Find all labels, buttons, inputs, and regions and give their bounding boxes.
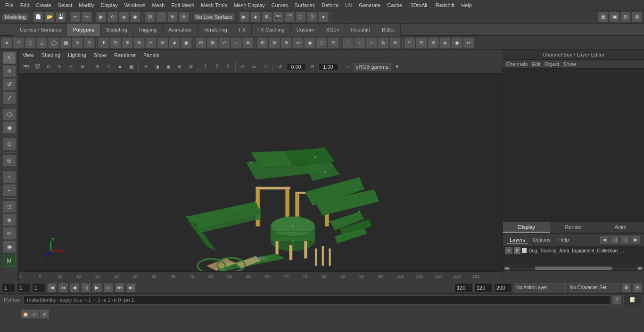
menu-mesh[interactable]: Mesh: [149, 1, 168, 9]
vp-cam-value[interactable]: 0.00: [286, 63, 306, 71]
paint-effects-icon[interactable]: ✏: [3, 227, 16, 239]
vp-light-icon[interactable]: ☀: [140, 62, 151, 72]
cam-icon3[interactable]: ⬡: [296, 12, 306, 22]
tab-rendering[interactable]: Rendering: [198, 24, 233, 36]
menu-select[interactable]: Select: [55, 1, 76, 9]
anim-layer-dropdown[interactable]: No Anim Layer: [514, 283, 566, 292]
snap-grid[interactable]: ⊞: [145, 12, 155, 22]
norm-icon5[interactable]: ⊗: [389, 37, 401, 49]
menu-create[interactable]: Create: [33, 1, 55, 9]
lasso-tool[interactable]: ⊙: [107, 12, 118, 22]
no-live-surface-dropdown[interactable]: No Live Surface: [193, 13, 235, 21]
insert-loop-icon[interactable]: ⊟: [195, 37, 206, 49]
menu-cache[interactable]: Cache: [384, 1, 405, 9]
anim-tab[interactable]: Anim: [597, 222, 644, 233]
layer-new-button[interactable]: ◀: [600, 235, 609, 244]
menu-display[interactable]: Display: [98, 1, 121, 9]
object-menu[interactable]: Object: [544, 61, 559, 67]
render-region-icon[interactable]: ◈: [3, 214, 16, 226]
mirror-icon[interactable]: ⇔: [292, 37, 304, 49]
viewport-menu-show[interactable]: Show: [92, 52, 109, 58]
scene-icon[interactable]: □: [30, 309, 40, 319]
vp-fwd-icon[interactable]: ⊟: [307, 62, 317, 72]
cam-icon5[interactable]: ●: [318, 12, 329, 22]
append-icon[interactable]: ◉: [181, 37, 192, 49]
viewport-menu-shading[interactable]: Shading: [40, 52, 62, 58]
poly-cyl-icon[interactable]: ⬡: [25, 37, 36, 49]
tab-animation[interactable]: Animation: [163, 24, 198, 36]
show-manip-icon[interactable]: ⊙: [3, 138, 16, 150]
cut-icon[interactable]: ⊗: [157, 37, 168, 49]
layers-help[interactable]: Help: [555, 236, 572, 244]
offset-icon[interactable]: ⊠: [207, 37, 218, 49]
viewport-canvas[interactable]: x y z persp: [19, 73, 503, 271]
vp-colorspace-dropdown[interactable]: sRGB gamma: [354, 63, 391, 71]
frame-step-field[interactable]: 1: [32, 283, 45, 292]
channels-menu[interactable]: Channels: [506, 61, 528, 67]
char-set-dropdown[interactable]: No Character Set: [568, 283, 619, 292]
vp-texture-icon[interactable]: ▦: [126, 62, 136, 72]
menu-edit-mesh[interactable]: Edit Mesh: [168, 1, 198, 9]
menu-3dtoa[interactable]: -3DtoAll-: [405, 1, 432, 9]
layout-icon1[interactable]: ▦: [598, 12, 608, 22]
combine-icon[interactable]: ⊞: [257, 37, 268, 49]
tab-curves-surfaces[interactable]: Curves / Surfaces: [14, 24, 67, 36]
xray-icon[interactable]: ◉: [3, 241, 16, 253]
select-tool[interactable]: ▶: [96, 12, 107, 22]
render-button[interactable]: ▶: [239, 12, 249, 22]
menu-modify[interactable]: Modify: [75, 1, 97, 9]
tab-polygons[interactable]: Polygons: [67, 24, 100, 36]
menu-uv[interactable]: UV: [342, 1, 355, 9]
tab-redshift[interactable]: Redshift: [346, 24, 376, 36]
uv-icon3[interactable]: ⊞: [428, 37, 439, 49]
vp-shadow-icon[interactable]: ◑: [152, 62, 162, 72]
color-icon1[interactable]: ◈: [439, 37, 451, 49]
prev-key-button[interactable]: ⏮: [58, 283, 68, 292]
uv-icon2[interactable]: ⊟: [416, 37, 427, 49]
soft-sel-icon[interactable]: ◉: [3, 121, 16, 134]
layer-visibility-toggle[interactable]: V: [505, 247, 512, 254]
bevel-icon[interactable]: ⬦: [231, 37, 242, 49]
menu-surfaces[interactable]: Surfaces: [291, 1, 318, 9]
next-key-button[interactable]: ⏭: [115, 283, 124, 292]
snap-surface[interactable]: ⊗: [179, 12, 189, 22]
layer-color-swatch[interactable]: [522, 248, 527, 253]
sub-attr-icon[interactable]: -: [3, 184, 16, 196]
display-tab[interactable]: Display: [503, 222, 550, 233]
scale-tool-icon[interactable]: ⤢: [3, 91, 16, 104]
layers-label[interactable]: Layers: [507, 236, 528, 244]
vp-back-icon[interactable]: ↺: [275, 62, 285, 72]
frame-max-field[interactable]: 200: [494, 283, 512, 292]
merge-icon[interactable]: ⊞: [122, 37, 133, 49]
layer-prev-button[interactable]: ◁: [610, 235, 619, 244]
layout-icon4[interactable]: ⊠: [632, 12, 642, 22]
command-help-icon[interactable]: ?: [612, 295, 621, 305]
rp-horizontal-scrollbar[interactable]: ◀ ▶: [503, 265, 644, 271]
scroll-left-arrow[interactable]: ◀: [504, 267, 510, 270]
vp-dof-icon[interactable]: ⊗: [174, 62, 185, 72]
new-scene-button[interactable]: 📄: [33, 12, 43, 22]
transfer-icon[interactable]: ⇄: [463, 37, 474, 49]
vp-stereo-icon[interactable]: ⊙: [43, 62, 54, 72]
vp-motion-icon[interactable]: ≋: [186, 62, 196, 72]
vp-wireframe-icon[interactable]: □: [103, 62, 114, 72]
menu-redshift[interactable]: Redshift: [432, 1, 458, 9]
tab-bullet[interactable]: Bullet: [376, 24, 401, 36]
tab-fx-caching[interactable]: FX Caching: [252, 24, 290, 36]
smooth-icon[interactable]: ◉: [304, 37, 315, 49]
tab-xgen[interactable]: XGen: [320, 24, 345, 36]
layer-next-button[interactable]: ▷: [620, 235, 630, 244]
timeline-ruler[interactable]: 1 5 10 15 20 25 30 35 40 45 50 55 60 65 …: [19, 271, 503, 282]
step-back-button[interactable]: ◀: [70, 283, 79, 292]
edit-menu[interactable]: Edit: [531, 61, 540, 67]
color-icon2[interactable]: ◉: [451, 37, 462, 49]
frame-start-field[interactable]: 1: [2, 283, 15, 292]
menu-mesh-tools[interactable]: Mesh Tools: [198, 1, 230, 9]
norm-icon4[interactable]: ⇅: [378, 37, 389, 49]
frame-end2-field[interactable]: 120: [474, 283, 492, 292]
split-icon[interactable]: ✂: [145, 37, 157, 49]
vp-gate-icon[interactable]: □: [260, 62, 271, 72]
vp-iso2[interactable]: 2: [212, 62, 222, 72]
scroll-right-arrow[interactable]: ▶: [637, 267, 643, 270]
poly-disc-icon[interactable]: ⊘: [72, 37, 83, 49]
